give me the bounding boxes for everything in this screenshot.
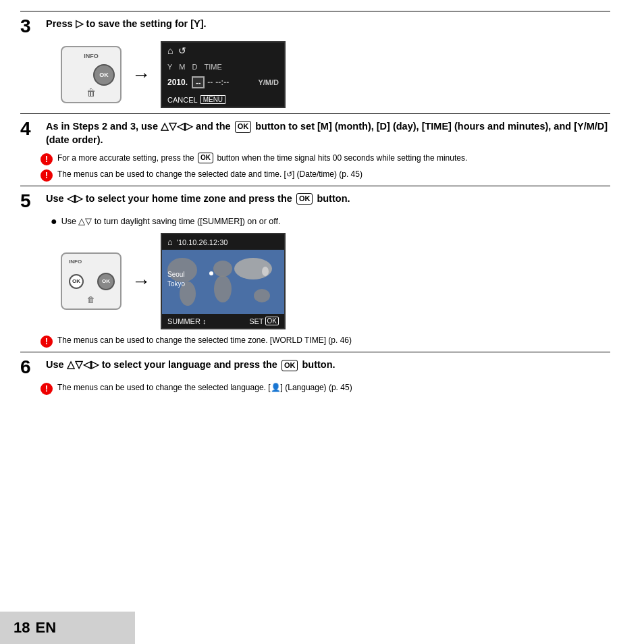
lcd-cancel-row: CANCEL MENU (162, 92, 284, 107)
arrow-step5: → (132, 271, 151, 292)
step5-illustration: INFO OK OK 🗑 → ⌂ '10.10.26.12:30 (61, 233, 610, 329)
step5-bullet-text: Use △▽ to turn daylight saving time ([SU… (61, 216, 281, 228)
page-lang: EN (35, 619, 56, 637)
lcd-cancel-text: CANCEL (167, 96, 198, 104)
divider-step6 (20, 352, 610, 352)
ok-badge-note1: OK (198, 153, 213, 163)
map-summer-text: SUMMER ↕ (167, 317, 206, 325)
step4-number: 4 (20, 119, 39, 138)
step5-title-text: Use ◁▷ to select your home time zone and… (46, 193, 350, 204)
ok-badge-step5: OK (296, 193, 313, 205)
page-number: 18 (14, 619, 30, 637)
step6-number: 6 (20, 358, 39, 377)
svg-point-6 (262, 267, 269, 276)
cam2-left-btn: OK (69, 274, 84, 289)
map-city1-label: Seoul (167, 270, 185, 279)
map-home-icon: ⌂ (167, 237, 173, 247)
camera-ok-btn-step3: OK (93, 64, 115, 86)
ok-badge-step6: OK (281, 360, 298, 371)
map-city2-label: Tokyo (167, 279, 185, 289)
divider-step5 (20, 186, 610, 186)
step4-title: As in Steps 2 and 3, use △▽◁▷ and the OK… (46, 119, 610, 147)
lcd-sep2: --:-- (215, 78, 229, 87)
map-set-badge: SET OK (249, 317, 279, 325)
content: 3 Press ▷ to save the setting for [Y]. I… (0, 0, 644, 439)
step3-illustration: INFO OK 🗑 → ⌂ ↺ Y M D TIME 2010. (61, 41, 610, 108)
step6-title-text: Use △▽◁▷ to select your language and pre… (46, 359, 336, 370)
lcd-m-header: M (179, 63, 185, 71)
step5-note-text: The menus can be used to change the sele… (57, 335, 610, 346)
camera-body-step3: INFO OK 🗑 (61, 46, 122, 103)
note-icon-step6: ! (41, 383, 53, 395)
step6-title: Use △▽◁▷ to select your language and pre… (46, 358, 610, 371)
step3-title: Press ▷ to save the setting for [Y]. (46, 17, 610, 30)
bottom-bar: 18 EN (0, 612, 135, 644)
step6-note: ! The menus can be used to change the se… (41, 382, 610, 395)
cam2-ok-btn-step5: OK (97, 273, 115, 290)
step5-title: Use ◁▷ to select your home time zone and… (46, 192, 610, 205)
step4-header: 4 As in Steps 2 and 3, use △▽◁▷ and the … (20, 119, 610, 147)
bullet-dot-step5: ● (51, 216, 57, 227)
map-set-text: SET (249, 317, 263, 325)
map-city-labels: Seoul Tokyo (167, 270, 185, 289)
map-set-ok: OK (265, 317, 279, 325)
step4-note2-text: The menus can be used to change the sele… (57, 169, 610, 180)
divider-step4 (20, 113, 610, 114)
lcd-y-header: Y (167, 63, 172, 71)
lcd-home-icon: ⌂ (167, 45, 173, 56)
step5-header: 5 Use ◁▷ to select your home time zone a… (20, 192, 610, 211)
lcd-menu-badge: MENU (200, 95, 225, 104)
note-icon-step4-1: ! (41, 153, 53, 165)
cam2-info-label: INFO (69, 259, 82, 265)
lcd-clock-icon: ↺ (178, 45, 186, 56)
step6-note-text: The menus can be used to change the sele… (57, 382, 610, 394)
note-icon-step4-2: ! (41, 169, 53, 182)
step4-note1-text: For a more accurate setting, press the O… (57, 153, 610, 164)
lcd-month-box: -- (192, 76, 205, 88)
svg-point-7 (254, 289, 270, 302)
lcd-time-header: TIME (204, 63, 221, 71)
map-area: Seoul Tokyo (162, 250, 284, 314)
step5-bullet: ● Use △▽ to turn daylight saving time ([… (51, 216, 610, 228)
lcd-year-value: 2010. (167, 78, 188, 87)
lcd-d-header: D (192, 63, 198, 71)
svg-point-3 (213, 261, 232, 277)
lcd-sep1: -- (207, 78, 213, 87)
step3-header: 3 Press ▷ to save the setting for [Y]. (20, 17, 610, 36)
note-icon-step5: ! (41, 336, 53, 348)
divider-top (20, 11, 610, 11)
step4-note1: ! For a more accurate setting, press the… (41, 153, 610, 165)
step5-number: 5 (20, 192, 39, 211)
lcd-date-header-row: Y M D TIME (162, 59, 284, 74)
step4-title-line1: As in Steps 2 and 3, use △▽◁▷ and the OK… (46, 121, 608, 145)
step5-note: ! The menus can be used to change the se… (41, 335, 610, 348)
lcd-ymd-value: Y/M/D (258, 78, 279, 86)
lcd-step3: ⌂ ↺ Y M D TIME 2010. -- -- --:-- Y/M/D (161, 41, 286, 108)
camera-body-step5: INFO OK OK 🗑 (61, 252, 122, 310)
map-lcd-step5: ⌂ '10.10.26.12:30 (161, 233, 286, 329)
step4-note2: ! The menus can be used to change the se… (41, 169, 610, 182)
map-datetime: '10.10.26.12:30 (177, 238, 228, 246)
svg-point-4 (214, 275, 232, 302)
camera-trash-step3: 🗑 (86, 87, 96, 98)
lcd-topbar-step3: ⌂ ↺ (162, 43, 284, 59)
page: 3 Press ▷ to save the setting for [Y]. I… (0, 0, 644, 644)
lcd-value-row: 2010. -- -- --:-- Y/M/D (162, 74, 284, 92)
arrow-step3: → (132, 64, 151, 86)
step6-header: 6 Use △▽◁▷ to select your language and p… (20, 358, 610, 377)
ok-badge-step4a: OK (235, 121, 252, 132)
cam2-trash-step5: 🗑 (87, 295, 95, 304)
step3-number: 3 (20, 17, 39, 36)
map-lcd-topbar: ⌂ '10.10.26.12:30 (162, 234, 284, 250)
map-lcd-bottombar: SUMMER ↕ SET OK (162, 314, 284, 328)
camera-info-label: INFO (84, 53, 99, 59)
